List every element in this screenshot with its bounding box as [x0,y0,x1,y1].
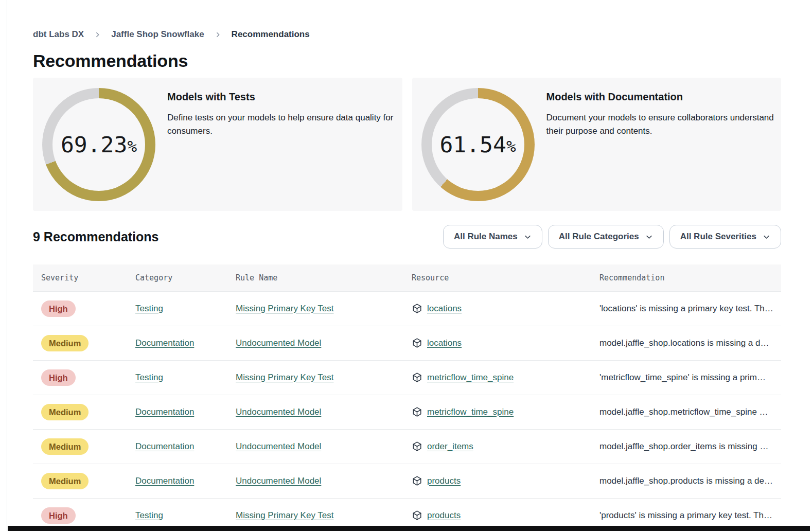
docs-donut-chart: 61.54% [421,88,535,201]
tests-donut-percent: 69.23% [42,88,155,201]
severity-badge: Medium [41,404,89,420]
rule-name-link[interactable]: Missing Primary Key Test [236,304,334,313]
rule-name-link[interactable]: Undocumented Model [236,338,321,348]
table-row: High Testing Missing Primary Key Test me… [33,360,781,395]
rule-names-filter[interactable]: All Rule Names [443,225,542,249]
recommendation-text: 'locations' is missing a primary key tes… [599,291,781,326]
rule-name-link[interactable]: Undocumented Model [236,476,321,486]
cube-icon [412,372,422,383]
page-title: Recommendations [33,51,781,71]
category-link[interactable]: Documentation [135,441,194,451]
category-link[interactable]: Documentation [135,338,194,348]
resource-link[interactable]: products [427,510,461,521]
chevron-right-icon [215,31,221,38]
column-header-resource: Resource [412,264,599,291]
resource-link[interactable]: order_items [427,441,473,452]
main-content: dbt Labs DX Jaffle Shop Snowflake Recomm… [8,0,812,531]
table-row: Medium Documentation Undocumented Model … [33,464,781,498]
severity-badge: Medium [41,438,89,455]
breadcrumb-item-project[interactable]: Jaffle Shop Snowflake [111,29,204,40]
rule-name-link[interactable]: Missing Primary Key Test [236,373,334,382]
recommendation-text: model.jaffle_shop.locations is missing a… [599,326,781,360]
recommendations-count: 9 Recommendations [33,229,159,244]
table-row: Medium Documentation Undocumented Model … [33,395,781,429]
severity-badge: High [41,369,76,386]
metric-card-tests: 69.23% Models with Tests Define tests on… [33,78,402,211]
recommendation-text: model.jaffle_shop.order_items is missing… [599,429,781,464]
cube-icon [412,406,422,417]
column-header-recommendation: Recommendation [599,264,781,291]
docs-card-text: Models with Documentation Document your … [546,91,781,138]
chevron-down-icon [524,233,532,241]
resource-link[interactable]: metricflow_time_spine [427,407,514,417]
tests-card-title: Models with Tests [167,91,401,103]
severity-badge: Medium [41,335,89,351]
category-link[interactable]: Documentation [135,407,194,417]
cube-icon [412,303,422,314]
column-header-category: Category [135,264,236,291]
severity-badge: Medium [41,473,89,489]
severity-badge: High [41,507,76,524]
table-row: High Testing Missing Primary Key Test lo… [33,291,781,326]
resource-link[interactable]: locations [427,304,462,314]
cube-icon [412,441,422,452]
resource-link[interactable]: locations [427,338,462,348]
cube-icon [412,338,422,348]
rule-name-link[interactable]: Undocumented Model [236,407,321,417]
list-header: 9 Recommendations All Rule Names All Rul… [33,225,781,249]
category-link[interactable]: Testing [135,373,163,382]
tests-donut-chart: 69.23% [42,88,155,201]
recommendations-table: Severity Category Rule Name Resource Rec… [33,264,781,531]
category-link[interactable]: Testing [135,304,163,313]
bottom-bar [8,526,810,531]
table-row: Medium Documentation Undocumented Model … [33,326,781,360]
breadcrumb-item-account[interactable]: dbt Labs DX [33,29,84,40]
rule-name-link[interactable]: Undocumented Model [236,441,321,451]
filter-bar: All Rule Names All Rule Categories All R… [443,225,781,249]
left-rail [0,0,7,531]
docs-card-title: Models with Documentation [546,91,781,103]
chevron-down-icon [763,233,770,241]
column-header-severity: Severity [33,264,135,291]
tests-card-description: Define tests on your models to help ensu… [167,111,401,138]
category-link[interactable]: Documentation [135,476,194,486]
cube-icon [412,475,422,486]
docs-donut-percent: 61.54% [421,88,535,201]
resource-link[interactable]: products [427,476,461,486]
cube-icon [412,510,422,521]
resource-link[interactable]: metricflow_time_spine [427,373,514,383]
severity-badge: High [41,300,76,317]
recommendation-text: 'metricflow_time_spine' is missing a pri… [599,360,781,395]
tests-card-text: Models with Tests Define tests on your m… [167,91,401,138]
breadcrumb-item-current: Recommendations [232,29,310,40]
table-row: Medium Documentation Undocumented Model … [33,429,781,464]
chevron-right-icon [94,31,101,38]
table-header-row: Severity Category Rule Name Resource Rec… [33,264,781,291]
rule-severities-filter[interactable]: All Rule Severities [669,225,781,249]
category-link[interactable]: Testing [135,510,163,520]
docs-card-description: Document your models to ensure collabora… [546,111,781,138]
chevron-down-icon [645,233,653,241]
metric-cards: 69.23% Models with Tests Define tests on… [33,78,781,211]
column-header-rule-name: Rule Name [236,264,412,291]
recommendation-text: model.jaffle_shop.metricflow_time_spine … [599,395,781,429]
rule-name-link[interactable]: Missing Primary Key Test [236,510,334,520]
rule-categories-filter[interactable]: All Rule Categories [548,225,664,249]
metric-card-documentation: 61.54% Models with Documentation Documen… [412,78,782,211]
recommendation-text: model.jaffle_shop.products is missing a … [599,464,781,498]
breadcrumb: dbt Labs DX Jaffle Shop Snowflake Recomm… [33,29,781,40]
table-body: High Testing Missing Primary Key Test lo… [33,291,781,531]
